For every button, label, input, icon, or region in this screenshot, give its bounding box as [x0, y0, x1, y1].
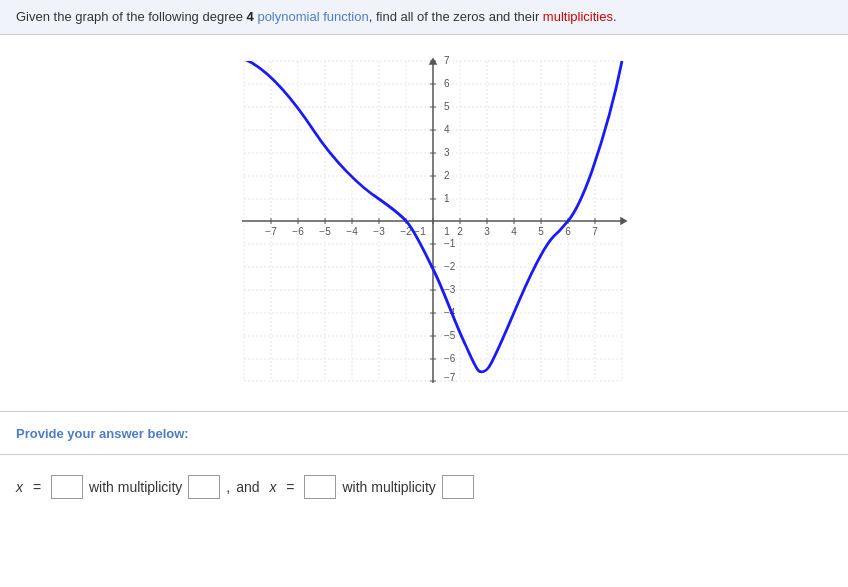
graph-svg: −7 −6 −5 −4 −3 −2 −1 1 2 3 4 5 6 7 7: [214, 51, 634, 391]
question-header: Given the graph of the following degree …: [0, 0, 848, 35]
eq-sign-2: =: [282, 479, 298, 495]
and-label: and: [236, 479, 259, 495]
svg-text:−6: −6: [292, 226, 304, 237]
eq-sign-1: =: [29, 479, 45, 495]
svg-text:−2: −2: [444, 261, 456, 272]
question-text-suffix: , find all of the zeros and their: [369, 9, 543, 24]
svg-text:5: 5: [538, 226, 544, 237]
degree-number: 4: [247, 9, 254, 24]
svg-text:1: 1: [444, 193, 450, 204]
graph-section: −7 −6 −5 −4 −3 −2 −1 1 2 3 4 5 6 7 7: [0, 35, 848, 412]
svg-text:−6: −6: [444, 353, 456, 364]
multiplicity-input-2[interactable]: [442, 475, 474, 499]
svg-text:3: 3: [484, 226, 490, 237]
svg-text:4: 4: [444, 124, 450, 135]
polynomial-word: polynomial function: [257, 9, 368, 24]
question-text-prefix: Given the graph of the following degree: [16, 9, 247, 24]
svg-text:−4: −4: [346, 226, 358, 237]
x-value-input-1[interactable]: [51, 475, 83, 499]
svg-text:−7: −7: [265, 226, 277, 237]
graph-wrapper: −7 −6 −5 −4 −3 −2 −1 1 2 3 4 5 6 7 7: [214, 51, 634, 391]
svg-text:−5: −5: [319, 226, 331, 237]
with-multiplicity-label-2: with multiplicity: [342, 479, 435, 495]
svg-text:−3: −3: [373, 226, 385, 237]
svg-text:−1: −1: [444, 238, 456, 249]
svg-text:6: 6: [565, 226, 571, 237]
svg-text:−7: −7: [444, 372, 456, 383]
svg-text:7: 7: [444, 55, 450, 66]
svg-text:6: 6: [444, 78, 450, 89]
x-label-1: x: [16, 479, 23, 495]
answer-inputs: x = with multiplicity , and x = with mul…: [0, 455, 848, 523]
svg-text:4: 4: [511, 226, 517, 237]
with-multiplicity-label-1: with multiplicity: [89, 479, 182, 495]
svg-text:7: 7: [592, 226, 598, 237]
multiplicity-input-1[interactable]: [188, 475, 220, 499]
svg-text:2: 2: [444, 170, 450, 181]
svg-text:−5: −5: [444, 330, 456, 341]
svg-text:5: 5: [444, 101, 450, 112]
x-label-2: x: [266, 479, 277, 495]
comma: ,: [226, 479, 230, 495]
provide-label: Provide your answer below:: [16, 426, 189, 441]
svg-text:3: 3: [444, 147, 450, 158]
question-period: .: [613, 9, 617, 24]
svg-text:2: 2: [457, 226, 463, 237]
svg-text:1: 1: [444, 226, 450, 237]
answer-section: Provide your answer below:: [0, 412, 848, 455]
multiplicities-word: multiplicities: [543, 9, 613, 24]
svg-text:−3: −3: [444, 284, 456, 295]
x-value-input-2[interactable]: [304, 475, 336, 499]
